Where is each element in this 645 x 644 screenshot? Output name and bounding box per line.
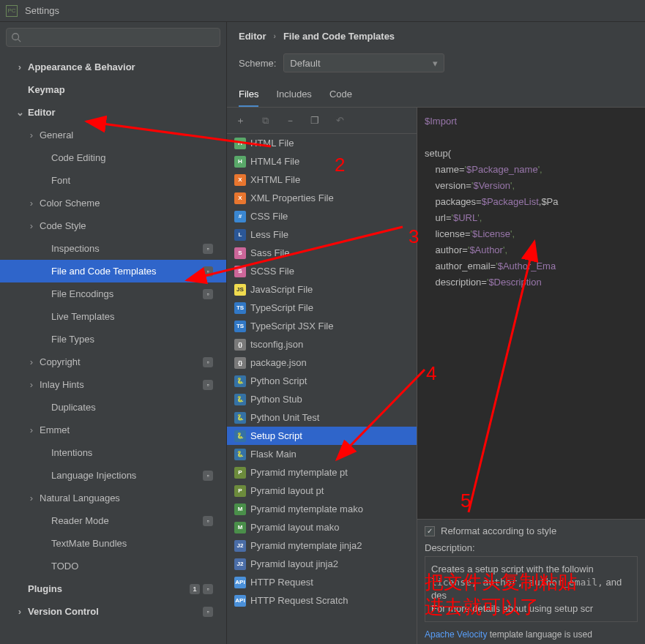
chevron-down-icon: ▾ [433,58,438,69]
file-icon: S [234,266,246,277]
velocity-hint: Apache Velocity template language is use… [417,625,645,644]
file-icon: # [234,211,246,222]
template-item[interactable]: SSass File [227,244,417,262]
breadcrumb: Editor › File and Code Templates [227,22,645,46]
tree-item-font[interactable]: Font [0,169,226,192]
tree-item-intentions[interactable]: Intentions [0,441,226,464]
template-toolbar: ＋ ⧉ － ❐ ↶ [227,108,417,134]
tree-item-general[interactable]: ›General [0,124,226,146]
description-box: Creates a setup script with the followin… [425,556,638,622]
template-item[interactable]: 🐍Python Stub [227,390,417,408]
file-icon: J2 [234,540,246,552]
template-item[interactable]: 🐍Python Unit Test [227,408,417,427]
settings-sidebar: ›Appearance & BehaviorKeymap⌄Editor›Gene… [0,22,227,644]
template-item[interactable]: JSJavaScript File [227,280,417,299]
window-title: Settings [25,5,59,16]
template-item[interactable]: J2Pyramid layout jinja2 [227,555,417,573]
tree-item-natural-languages[interactable]: ›Natural Languages [0,487,226,509]
description-label: Description: [425,542,638,553]
tree-item-emmet[interactable]: ›Emmet [0,419,226,441]
scheme-select[interactable]: Default ▾ [283,53,444,72]
file-icon: M [234,503,246,515]
file-icon: X [234,192,246,204]
file-icon: API [234,595,246,607]
file-icon: J2 [234,558,246,570]
revert-icon[interactable]: ↶ [334,115,346,127]
template-item[interactable]: TSTypeScript File [227,299,417,317]
tree-item-appearance-behavior[interactable]: ›Appearance & Behavior [0,56,226,78]
template-item[interactable]: APIHTTP Request Scratch [227,591,417,610]
tab-files[interactable]: Files [239,84,258,107]
file-icon: {} [234,357,246,369]
template-item[interactable]: APIHTTP Request [227,573,417,591]
search-icon [11,32,21,42]
template-item[interactable]: #CSS File [227,207,417,225]
copy-template-icon[interactable]: ❐ [309,115,321,127]
template-item[interactable]: XXHTML File [227,171,417,189]
file-icon: API [234,577,246,588]
file-icon: TS [234,321,246,332]
template-item[interactable]: XXML Properties File [227,189,417,207]
file-icon: P [234,467,246,479]
template-editor[interactable]: $Import setup( name='$Package_name', ver… [417,108,645,519]
tree-item-keymap[interactable]: Keymap [0,78,226,101]
copy-icon[interactable]: ⧉ [259,115,271,127]
velocity-link[interactable]: Apache Velocity [425,629,487,640]
file-icon: TS [234,302,246,314]
template-item[interactable]: MPyramid mytemplate mako [227,500,417,518]
scheme-label: Scheme: [239,58,276,69]
template-item[interactable]: J2Pyramid mytemplate jinja2 [227,536,417,555]
svg-point-0 [12,34,19,40]
template-item[interactable]: TSTypeScript JSX File [227,317,417,335]
template-item[interactable]: LLess File [227,225,417,244]
tree-item-inspections[interactable]: Inspections▫ [0,237,226,260]
template-item[interactable]: {}tsconfig.json [227,335,417,353]
file-icon: 🐍 [234,394,246,405]
remove-icon[interactable]: － [284,115,296,127]
template-item[interactable]: 🐍Flask Main [227,445,417,463]
tree-item-todo[interactable]: TODO [0,555,226,577]
tab-code[interactable]: Code [329,84,352,107]
template-item[interactable]: PPyramid mytemplate pt [227,463,417,482]
tree-item-reader-mode[interactable]: Reader Mode▫ [0,509,226,532]
tree-item-version-control[interactable]: ›Version Control▫ [0,600,226,623]
tree-item-live-templates[interactable]: Live Templates [0,305,226,328]
tree-item-code-editing[interactable]: Code Editing [0,146,226,169]
tree-item-editor[interactable]: ⌄Editor [0,101,226,124]
file-icon: {} [234,339,246,351]
tree-item-file-and-code-templates[interactable]: File and Code Templates▫ [0,260,226,282]
tree-item-inlay-hints[interactable]: ›Inlay Hints▫ [0,373,226,396]
template-item[interactable]: HHTML4 File [227,152,417,171]
tree-item-file-encodings[interactable]: File Encodings▫ [0,282,226,305]
template-item[interactable]: SSCSS File [227,262,417,280]
template-item[interactable]: {}package.json [227,353,417,372]
file-icon: 🐍 [234,449,246,460]
template-item[interactable]: 🐍Python Script [227,372,417,390]
tree-item-textmate-bundles[interactable]: TextMate Bundles [0,532,226,555]
file-icon: X [234,174,246,186]
tab-includes[interactable]: Includes [276,84,311,107]
tree-item-copyright[interactable]: ›Copyright▫ [0,351,226,373]
tree-item-language-injections[interactable]: Language Injections▫ [0,464,226,487]
file-icon: L [234,229,246,241]
template-item[interactable]: HHTML File [227,134,417,152]
tree-item-color-scheme[interactable]: ›Color Scheme [0,192,226,214]
add-icon[interactable]: ＋ [234,115,246,127]
template-item[interactable]: 🐍Setup Script [227,427,417,445]
tree-item-code-style[interactable]: ›Code Style [0,214,226,237]
template-list[interactable]: HHTML FileHHTML4 FileXXHTML FileXXML Pro… [227,134,417,644]
template-item[interactable]: MPyramid layout mako [227,518,417,536]
template-item[interactable]: PPyramid layout pt [227,482,417,500]
settings-tree[interactable]: ›Appearance & BehaviorKeymap⌄Editor›Gene… [0,53,226,644]
tree-item-file-types[interactable]: File Types [0,328,226,351]
template-tabs[interactable]: FilesIncludesCode [227,80,645,108]
file-icon: 🐍 [234,375,246,387]
file-icon: S [234,247,246,259]
file-icon: H [234,138,246,149]
reformat-checkbox[interactable]: ✓ Reformat according to style [425,525,638,536]
search-input[interactable] [6,28,220,47]
tree-item-plugins[interactable]: Plugins1▫ [0,577,226,600]
tree-item-duplicates[interactable]: Duplicates [0,396,226,419]
file-icon: 🐍 [234,430,246,442]
title-bar: PC Settings [0,0,645,22]
